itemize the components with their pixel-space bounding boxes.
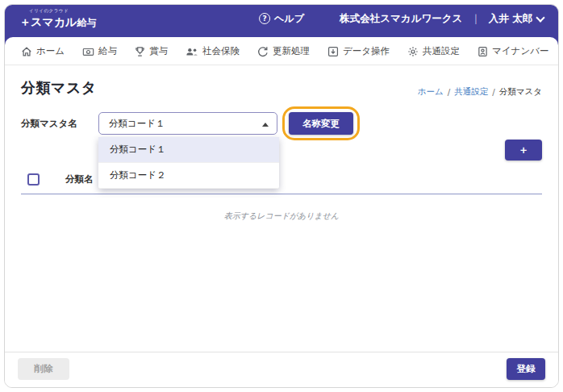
nav-label: マイナンバー: [492, 45, 548, 57]
breadcrumb-common-settings[interactable]: 共通設定: [454, 86, 488, 98]
breadcrumb-current: 分類マスタ: [499, 86, 542, 98]
gear-icon: [407, 46, 419, 57]
dropdown-option-2[interactable]: 分類コード２: [98, 163, 279, 189]
nav-item-social-insurance[interactable]: 社会保険: [186, 45, 240, 57]
help-label: ヘルプ: [274, 12, 304, 26]
nav-wrap: ホーム 給与 賞与 社会保険 更新処理 データ操作 共通設定 マイナンバー: [5, 37, 558, 65]
add-button[interactable]: ＋: [505, 140, 542, 161]
page-title: 分類マスタ: [21, 78, 97, 98]
nav-item-home[interactable]: ホーム: [21, 45, 65, 57]
nav-label: 社会保険: [202, 45, 240, 57]
breadcrumb-home[interactable]: ホーム: [418, 86, 444, 98]
breadcrumb-separator: /: [492, 87, 495, 97]
logo-brand: ＋スマカル: [19, 15, 77, 28]
breadcrumb-separator: /: [448, 87, 451, 97]
app-header: イリイのクラウド ＋スマカル給与 ? ヘルプ 株式会社スマカルワークス ｜ 入井…: [5, 5, 558, 37]
rename-button[interactable]: 名称変更: [289, 112, 353, 135]
company-name: 株式会社スマカルワークス: [340, 12, 462, 26]
empty-state-message: 表示するレコードがありません: [21, 211, 542, 222]
title-bar: 分類マスタ ホーム / 共通設定 / 分類マスタ: [21, 78, 542, 98]
help-button[interactable]: ? ヘルプ: [259, 12, 304, 26]
account-area: 株式会社スマカルワークス ｜ 入井 太郎: [340, 12, 544, 26]
refresh-icon: [257, 46, 269, 57]
nav-label: 給与: [98, 45, 117, 57]
nav-label: 賞与: [149, 45, 168, 57]
rename-button-wrap: 名称変更: [289, 112, 353, 135]
id-card-icon: [478, 46, 488, 57]
dropdown-arrow-icon: [262, 123, 269, 127]
breadcrumb: ホーム / 共通設定 / 分類マスタ: [418, 86, 542, 98]
help-icon: ?: [259, 13, 270, 24]
user-menu[interactable]: 入井 太郎: [489, 12, 544, 26]
nav-item-update[interactable]: 更新処理: [257, 45, 310, 57]
nav-item-salary[interactable]: 給与: [82, 45, 117, 57]
account-divider: ｜: [470, 12, 480, 26]
register-button[interactable]: 登録: [507, 358, 545, 380]
classification-form-row: 分類マスタ名 分類コード１ 名称変更 分類コード１ 分類コード２: [21, 112, 542, 135]
column-header-name: 分類名: [65, 173, 94, 186]
nav-label: 共通設定: [423, 45, 460, 57]
classification-dropdown-menu: 分類コード１ 分類コード２: [98, 137, 279, 189]
field-label: 分類マスタ名: [21, 118, 98, 130]
table-divider: [21, 194, 542, 194]
nav-label: 更新処理: [273, 45, 310, 57]
data-import-icon: [327, 46, 339, 57]
user-name: 入井 太郎: [489, 12, 532, 26]
logo-tagline: イリイのクラウド: [29, 9, 96, 14]
nav-item-my-number[interactable]: マイナンバー: [478, 45, 548, 57]
select-value: 分類コード１: [109, 118, 165, 130]
nav-label: ホーム: [36, 45, 65, 57]
main-content: 分類マスタ ホーム / 共通設定 / 分類マスタ 分類マスタ名 分類コード１ 名…: [5, 65, 558, 352]
logo-suffix: 給与: [77, 17, 96, 28]
footer-bar: 削除 登録: [5, 352, 558, 387]
trophy-icon: [135, 46, 145, 57]
people-icon: [186, 46, 198, 57]
delete-button[interactable]: 削除: [18, 358, 69, 380]
nav-label: データ操作: [343, 45, 390, 57]
classification-select[interactable]: 分類コード１: [98, 112, 277, 135]
chevron-down-icon: [536, 13, 544, 22]
nav-item-common-settings[interactable]: 共通設定: [407, 45, 460, 57]
app-logo[interactable]: イリイのクラウド ＋スマカル給与: [19, 9, 96, 28]
dropdown-option-1[interactable]: 分類コード１: [98, 137, 279, 163]
nav-item-data-operations[interactable]: データ操作: [327, 45, 390, 57]
nav-item-bonus[interactable]: 賞与: [135, 45, 168, 57]
main-nav: ホーム 給与 賞与 社会保険 更新処理 データ操作 共通設定 マイナンバー: [5, 37, 558, 65]
banknote-icon: [82, 46, 94, 57]
app-window: イリイのクラウド ＋スマカル給与 ? ヘルプ 株式会社スマカルワークス ｜ 入井…: [4, 4, 559, 388]
home-icon: [21, 46, 32, 57]
select-all-checkbox[interactable]: [27, 173, 40, 186]
